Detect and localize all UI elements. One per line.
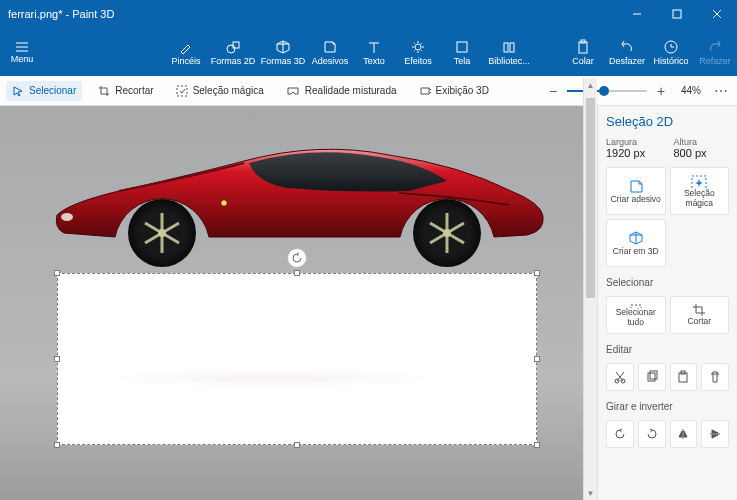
minimize-button[interactable] xyxy=(617,0,657,28)
toolbar: Selecionar Recortar Seleção mágica Reali… xyxy=(0,76,737,106)
resize-handle-br[interactable] xyxy=(534,442,540,448)
scroll-down-icon[interactable]: ▼ xyxy=(584,486,597,500)
svg-rect-8 xyxy=(233,42,239,48)
tab-canvas[interactable]: Tela xyxy=(440,28,484,76)
tab-stickers[interactable]: Adesivos xyxy=(308,28,352,76)
panel-title: Seleção 2D xyxy=(606,114,729,129)
resize-handle-tl[interactable] xyxy=(54,270,60,276)
tab-library[interactable]: Bibliotec... xyxy=(484,28,534,76)
tool-select[interactable]: Selecionar xyxy=(6,81,82,101)
tab-2d-shapes[interactable]: Formas 2D xyxy=(208,28,258,76)
redo-button[interactable]: Refazer xyxy=(693,28,737,76)
edit-header: Editar xyxy=(606,344,729,355)
tab-3d-shapes[interactable]: Formas 3D xyxy=(258,28,308,76)
select-header: Selecionar xyxy=(606,277,729,288)
ribbon: Menu Pincéis Formas 2D Formas 3D Adesivo… xyxy=(0,28,737,76)
width-label: Largura xyxy=(606,137,662,147)
zoom-value[interactable]: 44% xyxy=(681,85,701,96)
tool-mixed-reality[interactable]: Realidade misturada xyxy=(280,81,403,100)
select-all-button[interactable]: Selecionar tudo xyxy=(606,296,666,334)
scrollbar-thumb[interactable] xyxy=(586,98,595,298)
more-button[interactable]: ⋯ xyxy=(711,83,731,99)
flip-vertical-button[interactable] xyxy=(701,420,729,448)
svg-point-26 xyxy=(158,229,166,237)
svg-rect-1 xyxy=(673,10,681,18)
rotate-ccw-button[interactable] xyxy=(606,420,634,448)
canvas-area[interactable] xyxy=(0,106,597,500)
make-3d-button[interactable]: Criar em 3D xyxy=(606,219,666,267)
magic-select-button[interactable]: Seleção mágica xyxy=(670,167,730,215)
svg-point-7 xyxy=(227,45,235,53)
side-panel: Seleção 2D Largura 1920 px Altura 800 px… xyxy=(597,106,737,500)
svg-rect-42 xyxy=(650,371,657,379)
svg-rect-10 xyxy=(457,42,467,52)
paste-panel-button[interactable] xyxy=(670,363,698,391)
resize-handle-ml[interactable] xyxy=(54,356,60,362)
titlebar: ferrari.png* - Paint 3D xyxy=(0,0,737,28)
svg-rect-16 xyxy=(177,86,187,96)
window-title: ferrari.png* - Paint 3D xyxy=(0,8,617,20)
vertical-scrollbar[interactable]: ▲ ▼ xyxy=(583,78,597,500)
scroll-up-icon[interactable]: ▲ xyxy=(584,78,597,92)
resize-handle-tc[interactable] xyxy=(294,270,300,276)
svg-point-17 xyxy=(61,213,73,221)
svg-rect-13 xyxy=(579,42,587,53)
zoom-out-button[interactable]: − xyxy=(545,83,561,99)
flip-horizontal-button[interactable] xyxy=(670,420,698,448)
rotate-handle[interactable] xyxy=(287,248,307,268)
resize-handle-tr[interactable] xyxy=(534,270,540,276)
tab-effects[interactable]: Efeitos xyxy=(396,28,440,76)
cut-button[interactable] xyxy=(606,363,634,391)
delete-button[interactable] xyxy=(701,363,729,391)
svg-rect-41 xyxy=(648,373,655,381)
tab-brushes[interactable]: Pincéis xyxy=(164,28,208,76)
resize-handle-bc[interactable] xyxy=(294,442,300,448)
make-sticker-button[interactable]: Criar adesivo xyxy=(606,167,666,215)
history-button[interactable]: Histórico xyxy=(649,28,693,76)
tool-select-label: Selecionar xyxy=(29,85,76,96)
zoom-slider[interactable] xyxy=(567,90,647,92)
svg-rect-12 xyxy=(510,43,514,52)
crop-button[interactable]: Cortar xyxy=(670,296,730,334)
width-value[interactable]: 1920 px xyxy=(606,147,662,159)
rotate-header: Girar e inverter xyxy=(606,401,729,412)
svg-point-35 xyxy=(443,229,451,237)
selection-rectangle[interactable] xyxy=(57,273,537,445)
resize-handle-bl[interactable] xyxy=(54,442,60,448)
tool-3d-view[interactable]: Exibição 3D xyxy=(413,81,495,101)
undo-button[interactable]: Desfazer xyxy=(605,28,649,76)
height-value[interactable]: 800 px xyxy=(674,147,730,159)
tab-text[interactable]: Texto xyxy=(352,28,396,76)
tool-crop[interactable]: Recortar xyxy=(92,81,159,101)
close-button[interactable] xyxy=(697,0,737,28)
maximize-button[interactable] xyxy=(657,0,697,28)
paste-button[interactable]: Colar xyxy=(561,28,605,76)
resize-handle-mr[interactable] xyxy=(534,356,540,362)
tool-magic-select[interactable]: Seleção mágica xyxy=(170,81,270,101)
menu-label: Menu xyxy=(11,55,34,64)
zoom-in-button[interactable]: + xyxy=(653,83,669,99)
svg-rect-11 xyxy=(504,43,508,52)
height-label: Altura xyxy=(674,137,730,147)
svg-point-36 xyxy=(221,200,227,206)
canvas-content xyxy=(105,368,440,388)
copy-button[interactable] xyxy=(638,363,666,391)
rotate-cw-button[interactable] xyxy=(638,420,666,448)
menu-button[interactable]: Menu xyxy=(0,28,44,76)
svg-point-9 xyxy=(415,44,421,50)
